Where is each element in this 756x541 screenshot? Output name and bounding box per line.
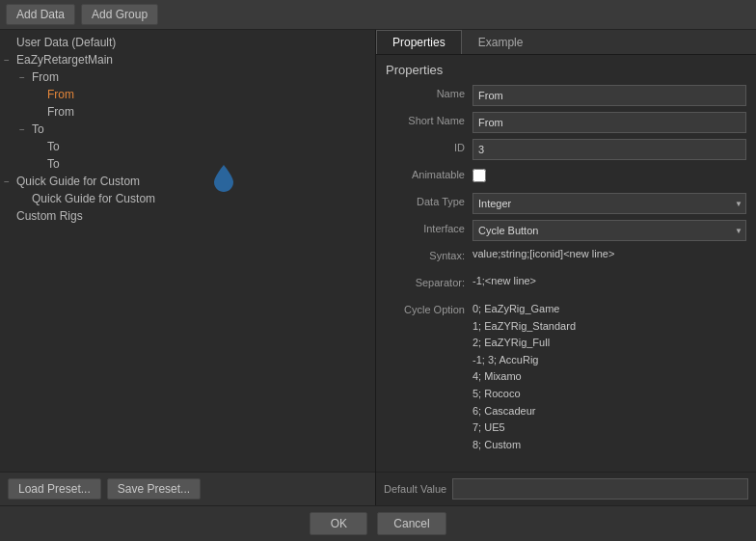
tree-expand-icon: − — [19, 124, 29, 135]
tree-item-user-data[interactable]: User Data (Default) — [0, 34, 375, 51]
animatable-value — [472, 166, 746, 185]
separator-value: -1;<new line> — [472, 274, 746, 287]
tree-label: From — [47, 88, 74, 101]
content-area: User Data (Default) − EaZyRetargetMain −… — [0, 30, 756, 505]
ok-cancel-bar: OK Cancel — [0, 505, 756, 541]
interface-select[interactable]: Cycle Button — [472, 220, 746, 241]
prop-row-id: ID — [386, 139, 746, 160]
right-panel: Properties Example Properties Name Short… — [376, 30, 756, 505]
tree-label: EaZyRetargetMain — [16, 53, 113, 67]
tree-item-to-1[interactable]: To — [0, 138, 375, 155]
data-type-value: Integer — [472, 193, 746, 214]
interface-value: Cycle Button — [472, 220, 746, 241]
tree-label: From — [47, 105, 74, 119]
tree-label: Custom Rigs — [16, 209, 83, 223]
prop-row-separator: Separator: -1;<new line> — [386, 274, 746, 295]
props-content: Properties Name Short Name — [376, 55, 756, 472]
ok-button[interactable]: OK — [310, 512, 367, 535]
animatable-label: Animatable — [386, 166, 472, 180]
id-input[interactable] — [472, 139, 746, 160]
default-value-label: Default Value — [384, 483, 446, 495]
interface-label: Interface — [386, 220, 472, 234]
bottom-bar-right: Default Value — [376, 472, 756, 505]
tree-label: To — [47, 157, 60, 171]
animatable-checkbox[interactable] — [472, 169, 486, 182]
cycle-option-2: 2; EaZYRig_Full — [472, 335, 746, 352]
prop-row-short-name: Short Name — [386, 112, 746, 133]
prop-row-animatable: Animatable — [386, 166, 746, 187]
separator-text: -1;<new line> — [472, 272, 536, 289]
tree-expand-icon: − — [19, 72, 29, 83]
left-panel: User Data (Default) − EaZyRetargetMain −… — [0, 30, 376, 505]
tree-item-from-plain[interactable]: From — [0, 103, 375, 121]
prop-row-name: Name — [386, 85, 746, 106]
cycle-option-3: -1; 3; AccuRig — [472, 352, 746, 369]
cycle-option-7: 7; UE5 — [472, 419, 746, 437]
short-name-input[interactable] — [472, 112, 746, 133]
cycle-option-8: 8; Custom — [472, 437, 746, 454]
save-preset-button[interactable]: Save Preset... — [107, 478, 201, 500]
cycle-option-1: 1; EaZYRig_Standard — [472, 318, 746, 336]
syntax-value: value;string;[iconid]<new line> — [472, 247, 746, 260]
tree-expand-icon: − — [4, 55, 14, 66]
add-data-button[interactable]: Add Data — [6, 4, 75, 25]
data-type-label: Data Type — [386, 193, 472, 207]
add-group-button[interactable]: Add Group — [81, 4, 158, 25]
tree-item-to-group[interactable]: − To — [0, 121, 375, 138]
short-name-label: Short Name — [386, 112, 472, 126]
tree-item-quick-guide-item[interactable]: Quick Guide for Custom — [0, 190, 375, 207]
prop-row-syntax: Syntax: value;string;[iconid]<new line> — [386, 247, 746, 268]
tree-label: Quick Guide for Custom — [32, 192, 155, 205]
tree-item-to-2[interactable]: To — [0, 155, 375, 173]
name-input[interactable] — [472, 85, 746, 106]
short-name-value — [472, 112, 746, 133]
id-label: ID — [386, 139, 472, 153]
cancel-button[interactable]: Cancel — [377, 512, 446, 535]
id-value — [472, 139, 746, 160]
syntax-label: Syntax: — [386, 247, 472, 261]
tree-item-from-orange[interactable]: From — [0, 86, 375, 103]
tree-area[interactable]: User Data (Default) − EaZyRetargetMain −… — [0, 30, 375, 472]
tree-item-eazy-main[interactable]: − EaZyRetargetMain — [0, 51, 375, 68]
tree-item-from-group[interactable]: − From — [0, 68, 375, 86]
prop-row-cycle-option: Cycle Option 0; EaZyRig_Game 1; EaZYRig_… — [386, 301, 746, 453]
toolbar: Add Data Add Group — [0, 0, 756, 30]
prop-row-data-type: Data Type Integer — [386, 193, 746, 214]
cycle-option-6: 6; Cascadeur — [472, 403, 746, 420]
name-value — [472, 85, 746, 106]
bottom-bar-left: Load Preset... Save Preset... — [0, 472, 375, 505]
props-title: Properties — [386, 63, 746, 77]
load-preset-button[interactable]: Load Preset... — [8, 478, 101, 500]
cycle-option-label: Cycle Option — [386, 301, 472, 315]
syntax-text: value;string;[iconid]<new line> — [472, 245, 614, 262]
tree-label: To — [47, 140, 60, 153]
tree-item-custom-rigs[interactable]: Custom Rigs — [0, 207, 375, 225]
cycle-options: 0; EaZyRig_Game 1; EaZYRig_Standard 2; E… — [472, 301, 746, 453]
tree-label: From — [32, 70, 59, 84]
tab-bar: Properties Example — [376, 30, 756, 55]
tab-properties[interactable]: Properties — [376, 30, 462, 54]
name-label: Name — [386, 85, 472, 99]
tree-item-quick-guide-group[interactable]: − Quick Guide for Custom — [0, 173, 375, 190]
tree-label: To — [32, 122, 44, 136]
prop-row-interface: Interface Cycle Button — [386, 220, 746, 241]
tab-example[interactable]: Example — [462, 30, 540, 54]
tree-label: User Data (Default) — [16, 36, 116, 49]
cycle-option-4: 4; Mixamo — [472, 368, 746, 386]
blue-drop-decoration — [212, 163, 235, 194]
tree-expand-icon: − — [4, 176, 14, 187]
cycle-option-5: 5; Rococo — [472, 386, 746, 403]
default-value-input[interactable] — [452, 478, 748, 500]
data-type-select[interactable]: Integer — [472, 193, 746, 214]
cycle-option-0: 0; EaZyRig_Game — [472, 301, 746, 318]
separator-label: Separator: — [386, 274, 472, 288]
tree-label: Quick Guide for Custom — [16, 175, 140, 188]
